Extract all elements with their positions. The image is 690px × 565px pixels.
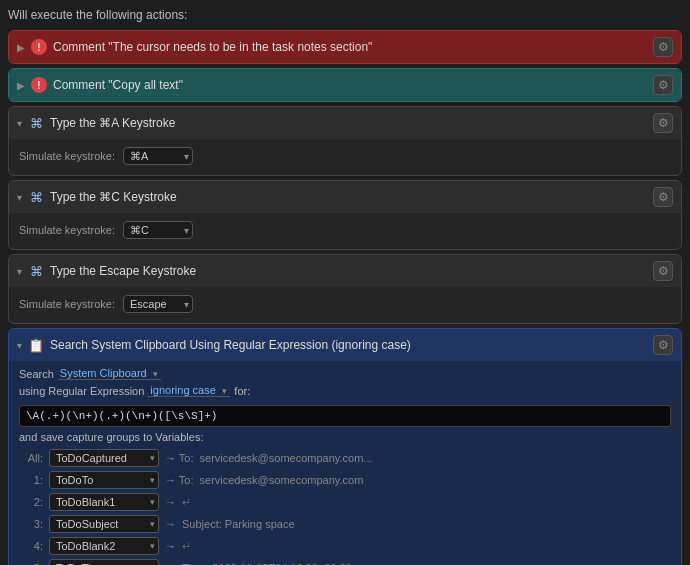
- capture-num-1: 1:: [19, 474, 43, 486]
- cmd-icon-keystroke1: ⌘: [28, 115, 44, 131]
- capture-row-4: 4:ToDoBlank2→↵: [19, 535, 671, 557]
- dest-text-1: servicedesk@somecompany.com: [200, 474, 364, 486]
- chevron-icon-keystroke3: ▾: [17, 266, 22, 277]
- capture-var-wrapper-5: ToDoTime: [49, 559, 159, 565]
- action-header-keystroke1[interactable]: ▾⌘Type the ⌘A Keystroke⚙: [9, 107, 681, 139]
- action-block-search1: ▾📋Search System Clipboard Using Regular …: [8, 328, 682, 565]
- header: Will execute the following actions:: [8, 8, 682, 22]
- action-title-comment2: Comment "Copy all text": [53, 78, 183, 92]
- action-block-keystroke2: ▾⌘Type the ⌘C Keystroke⚙Simulate keystro…: [8, 180, 682, 250]
- key-select-wrapper-keystroke3: Escape: [123, 295, 193, 313]
- keystroke-row-keystroke2: Simulate keystroke:⌘C: [19, 219, 671, 241]
- simulate-label-keystroke3: Simulate keystroke:: [19, 298, 115, 310]
- capture-var-wrapper-2: ToDoBlank1: [49, 493, 159, 511]
- capture-row-5: 5:ToDoTime→Time: 2020-11-03T14:18:39+00:…: [19, 557, 671, 565]
- action-header-left-keystroke3: ▾⌘Type the Escape Keystroke: [17, 263, 196, 279]
- gear-button-comment1[interactable]: ⚙: [653, 37, 673, 57]
- action-body-keystroke2: Simulate keystroke:⌘C: [9, 213, 681, 249]
- header-label: Will execute the following actions:: [8, 8, 187, 22]
- capture-row-1: 1:ToDoTo→ To:servicedesk@somecompany.com: [19, 469, 671, 491]
- action-title-comment1: Comment "The cursor needs to be in the t…: [53, 40, 372, 54]
- arrow-label-2: →: [165, 496, 176, 508]
- capture-row-2: 2:ToDoBlank1→↵: [19, 491, 671, 513]
- action-header-left-comment2: ▶!Comment "Copy all text": [17, 77, 183, 93]
- capture-num-2: 2:: [19, 496, 43, 508]
- key-select-keystroke3[interactable]: Escape: [123, 295, 193, 313]
- cmd-icon-keystroke3: ⌘: [28, 263, 44, 279]
- action-title-keystroke1: Type the ⌘A Keystroke: [50, 116, 175, 130]
- arrow-label-0: → To:: [165, 452, 194, 464]
- search-source-wrapper-search1: System Clipboard: [58, 367, 161, 380]
- key-select-keystroke1[interactable]: ⌘A: [123, 147, 193, 165]
- regex-input-search1[interactable]: [19, 405, 671, 427]
- key-select-wrapper-keystroke2: ⌘C: [123, 221, 193, 239]
- actions-container: ▶!Comment "The cursor needs to be in the…: [8, 30, 682, 565]
- action-title-keystroke2: Type the ⌘C Keystroke: [50, 190, 177, 204]
- capture-var-select-1[interactable]: ToDoTo: [49, 471, 159, 489]
- search-label-search1: Search: [19, 368, 54, 380]
- action-header-left-search1: ▾📋Search System Clipboard Using Regular …: [17, 337, 411, 353]
- action-body-keystroke1: Simulate keystroke:⌘A: [9, 139, 681, 175]
- action-body-search1: SearchSystem Clipboardusing Regular Expr…: [9, 361, 681, 565]
- capture-var-select-2[interactable]: ToDoBlank1: [49, 493, 159, 511]
- arrow-label-3: →: [165, 518, 176, 530]
- arrow-label-1: → To:: [165, 474, 194, 486]
- search-source-select-search1[interactable]: System Clipboard: [58, 367, 161, 380]
- capture-row-0: All:ToDoCaptured→ To:servicedesk@somecom…: [19, 447, 671, 469]
- action-header-comment1[interactable]: ▶!Comment "The cursor needs to be in the…: [9, 31, 681, 63]
- capture-var-select-4[interactable]: ToDoBlank2: [49, 537, 159, 555]
- chevron-icon-keystroke1: ▾: [17, 118, 22, 129]
- action-header-search1[interactable]: ▾📋Search System Clipboard Using Regular …: [9, 329, 681, 361]
- gear-button-keystroke2[interactable]: ⚙: [653, 187, 673, 207]
- gear-button-search1[interactable]: ⚙: [653, 335, 673, 355]
- action-body-keystroke3: Simulate keystroke:Escape: [9, 287, 681, 323]
- capture-num-0: All:: [19, 452, 43, 464]
- using-label-search1: using Regular Expression: [19, 385, 144, 397]
- gear-button-comment2[interactable]: ⚙: [653, 75, 673, 95]
- key-select-keystroke2[interactable]: ⌘C: [123, 221, 193, 239]
- clipboard-icon-search1: 📋: [28, 337, 44, 353]
- regex-mode-row-search1: using Regular Expressionignoring casefor…: [19, 384, 671, 397]
- action-title-keystroke3: Type the Escape Keystroke: [50, 264, 196, 278]
- chevron-icon-comment1: ▶: [17, 42, 25, 53]
- action-header-keystroke3[interactable]: ▾⌘Type the Escape Keystroke⚙: [9, 255, 681, 287]
- capture-var-wrapper-1: ToDoTo: [49, 471, 159, 489]
- action-block-comment1: ▶!Comment "The cursor needs to be in the…: [8, 30, 682, 64]
- for-label-search1: for:: [234, 385, 250, 397]
- capture-var-select-0[interactable]: ToDoCaptured: [49, 449, 159, 467]
- action-header-comment2[interactable]: ▶!Comment "Copy all text"⚙: [9, 69, 681, 101]
- ignoring-case-wrapper-search1: ignoring case: [148, 384, 230, 397]
- dest-text-3: Subject: Parking space: [182, 518, 295, 530]
- capture-var-wrapper-0: ToDoCaptured: [49, 449, 159, 467]
- warn-icon-comment2: !: [31, 77, 47, 93]
- action-block-comment2: ▶!Comment "Copy all text"⚙: [8, 68, 682, 102]
- cmd-icon-keystroke2: ⌘: [28, 189, 44, 205]
- action-header-left-comment1: ▶!Comment "The cursor needs to be in the…: [17, 39, 372, 55]
- capture-num-3: 3:: [19, 518, 43, 530]
- capture-var-select-3[interactable]: ToDoSubject: [49, 515, 159, 533]
- action-header-left-keystroke1: ▾⌘Type the ⌘A Keystroke: [17, 115, 175, 131]
- key-select-wrapper-keystroke1: ⌘A: [123, 147, 193, 165]
- capture-num-4: 4:: [19, 540, 43, 552]
- ignoring-case-select-search1[interactable]: ignoring case: [148, 384, 230, 397]
- dest-text-4: ↵: [182, 540, 191, 553]
- search-source-row-search1: SearchSystem Clipboard: [19, 367, 671, 380]
- action-header-left-keystroke2: ▾⌘Type the ⌘C Keystroke: [17, 189, 177, 205]
- dest-text-2: ↵: [182, 496, 191, 509]
- warn-icon-comment1: !: [31, 39, 47, 55]
- gear-button-keystroke1[interactable]: ⚙: [653, 113, 673, 133]
- action-block-keystroke3: ▾⌘Type the Escape Keystroke⚙Simulate key…: [8, 254, 682, 324]
- capture-var-wrapper-4: ToDoBlank2: [49, 537, 159, 555]
- capture-var-wrapper-3: ToDoSubject: [49, 515, 159, 533]
- action-block-keystroke1: ▾⌘Type the ⌘A Keystroke⚙Simulate keystro…: [8, 106, 682, 176]
- gear-button-keystroke3[interactable]: ⚙: [653, 261, 673, 281]
- action-header-keystroke2[interactable]: ▾⌘Type the ⌘C Keystroke⚙: [9, 181, 681, 213]
- keystroke-row-keystroke3: Simulate keystroke:Escape: [19, 293, 671, 315]
- capture-label-search1: and save capture groups to Variables:: [19, 431, 671, 443]
- keystroke-row-keystroke1: Simulate keystroke:⌘A: [19, 145, 671, 167]
- chevron-icon-comment2: ▶: [17, 80, 25, 91]
- action-title-search1: Search System Clipboard Using Regular Ex…: [50, 338, 411, 352]
- arrow-label-4: →: [165, 540, 176, 552]
- capture-var-select-5[interactable]: ToDoTime: [49, 559, 159, 565]
- chevron-icon-keystroke2: ▾: [17, 192, 22, 203]
